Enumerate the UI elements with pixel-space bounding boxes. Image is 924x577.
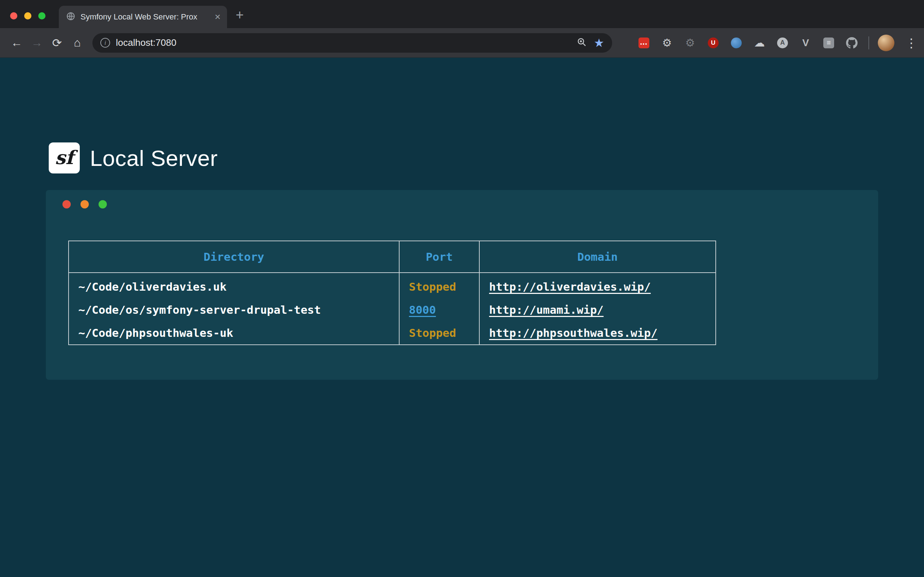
panel-orange-dot [81,200,89,208]
domain-cell: http://phpsouthwales.wip/ [479,321,716,345]
header-domain: Domain [479,241,716,272]
toolbar-separator [868,36,869,49]
panel-green-dot [99,200,107,208]
tab-favicon-globe-icon [66,11,76,23]
extension-icon-ublock[interactable]: U [705,35,721,51]
browser-menu-icon[interactable]: ⋮ [905,36,918,50]
page-title: Local Server [90,145,218,171]
window-close-button[interactable] [10,12,17,19]
directory-cell: ~/Code/os/symfony-server-drupal-test [69,298,399,321]
url-text[interactable]: localhost:7080 [116,37,577,48]
new-tab-button[interactable]: + [236,8,244,22]
symfony-logo: sf [49,142,80,174]
zoom-icon[interactable] [577,37,587,49]
extension-icon-gear-dark[interactable]: ⚙ [682,35,698,51]
page-content: sf Local Server Directory Port Domain ~/… [0,58,924,577]
domain-link[interactable]: http://oliverdavies.wip/ [489,280,651,293]
header-port: Port [399,241,479,272]
window-controls [10,12,45,19]
extension-icon-letter-a[interactable]: A [775,35,790,51]
port-cell: Stopped [399,321,479,345]
site-info-icon[interactable]: i [100,38,110,48]
brand-header: sf Local Server [49,142,218,174]
extension-icon-github[interactable] [844,35,860,51]
port-status-text: Stopped [409,326,456,339]
header-directory: Directory [69,241,399,272]
domain-link[interactable]: http://phpsouthwales.wip/ [489,326,657,339]
symfony-logo-text: sf [55,147,74,168]
extensions-row: ••• ⚙ ⚙ U ☁ A V ≡ ⋮ [636,35,918,51]
table-row: ~/Code/oliverdavies.uk Stopped http://ol… [69,272,716,298]
extension-icon-red-dots[interactable]: ••• [636,35,652,51]
server-table: Directory Port Domain ~/Code/oliverdavie… [68,240,716,345]
back-button[interactable]: ← [6,36,27,49]
window-zoom-button[interactable] [38,12,45,19]
home-button[interactable]: ⌂ [67,36,87,49]
tab-strip: Symfony Local Web Server: Prox × + [0,0,924,28]
browser-toolbar: ← → ⟳ ⌂ i localhost:7080 ★ ••• ⚙ ⚙ U [0,28,924,58]
table-row: ~/Code/os/symfony-server-drupal-test 800… [69,298,716,321]
address-bar[interactable]: i localhost:7080 ★ [92,33,612,53]
extension-icon-cloud[interactable]: ☁ [751,35,767,51]
window-minimize-button[interactable] [24,12,31,19]
table-row: ~/Code/phpsouthwales-uk Stopped http://p… [69,321,716,345]
directory-cell: ~/Code/phpsouthwales-uk [69,321,399,345]
panel-red-dot [63,200,71,208]
bookmark-star-icon[interactable]: ★ [594,36,604,50]
tab-title: Symfony Local Web Server: Prox [81,12,212,22]
forward-button[interactable]: → [27,36,47,49]
panel-window-dots [63,200,107,208]
port-cell: 8000 [399,298,479,321]
tab-close-icon[interactable]: × [215,12,221,22]
table-header-row: Directory Port Domain [69,241,716,272]
port-link[interactable]: 8000 [409,303,436,316]
directory-cell: ~/Code/oliverdavies.uk [69,272,399,298]
browser-tab[interactable]: Symfony Local Web Server: Prox × [59,6,227,28]
server-panel: Directory Port Domain ~/Code/oliverdavie… [46,190,878,380]
reload-button[interactable]: ⟳ [47,36,67,50]
extension-icon-gear-light[interactable]: ⚙ [659,35,675,51]
extension-icon-letter-v[interactable]: V [798,35,814,51]
profile-avatar[interactable] [878,35,894,51]
domain-cell: http://oliverdavies.wip/ [479,272,716,298]
extension-icon-blue-circle[interactable] [729,35,744,51]
port-status-text: Stopped [409,280,456,293]
domain-cell: http://umami.wip/ [479,298,716,321]
port-cell: Stopped [399,272,479,298]
extension-icon-lines[interactable]: ≡ [821,35,837,51]
domain-link[interactable]: http://umami.wip/ [489,303,604,316]
